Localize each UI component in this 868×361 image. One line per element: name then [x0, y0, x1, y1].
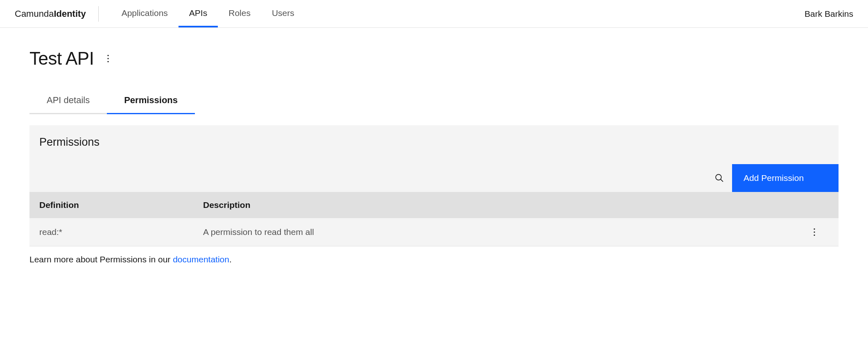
table-header: Definition Description	[29, 192, 839, 218]
nav-users[interactable]: Users	[261, 0, 305, 27]
panel-toolbar: Add Permission	[29, 164, 839, 192]
col-description: Description	[203, 200, 800, 210]
brand-prefix: Camunda	[15, 9, 54, 19]
tab-permissions[interactable]: Permissions	[107, 89, 195, 114]
svg-point-6	[814, 231, 815, 232]
nav-applications[interactable]: Applications	[111, 0, 179, 27]
kebab-icon	[107, 54, 109, 63]
page-title: Test API	[29, 48, 94, 69]
footer-text-suffix: .	[229, 255, 232, 264]
nav-roles[interactable]: Roles	[218, 0, 261, 27]
svg-point-7	[814, 235, 815, 236]
tab-api-details[interactable]: API details	[29, 89, 107, 114]
permissions-table: Definition Description read:* A permissi…	[29, 192, 839, 246]
nav-apis[interactable]: APIs	[179, 0, 218, 27]
main-content: Test API API details Permissions Permiss…	[0, 28, 868, 277]
page-actions-button[interactable]	[104, 51, 113, 66]
footer-text-prefix: Learn more about Permissions in our	[29, 255, 173, 264]
top-bar: Camunda Identity Applications APIs Roles…	[0, 0, 868, 28]
brand-name: Identity	[54, 9, 86, 19]
svg-point-0	[108, 55, 109, 56]
documentation-link[interactable]: documentation	[173, 255, 229, 264]
svg-point-5	[814, 228, 815, 230]
footer-note: Learn more about Permissions in our docu…	[29, 246, 839, 264]
page-tabs: API details Permissions	[29, 89, 839, 115]
row-actions-button[interactable]	[800, 228, 829, 236]
divider	[98, 6, 99, 22]
top-nav: Applications APIs Roles Users	[111, 0, 305, 27]
page-header: Test API	[29, 48, 839, 69]
add-permission-button[interactable]: Add Permission	[732, 164, 839, 192]
panel-title: Permissions	[29, 125, 839, 164]
brand-logo[interactable]: Camunda Identity	[15, 6, 98, 22]
permissions-panel: Permissions Add Permission Definition De…	[29, 125, 839, 246]
col-definition: Definition	[39, 200, 203, 210]
svg-point-3	[716, 174, 721, 180]
table-row: read:* A permission to read them all	[29, 218, 839, 246]
svg-point-2	[108, 61, 109, 62]
kebab-icon	[813, 228, 816, 236]
svg-line-4	[721, 179, 723, 182]
cell-description: A permission to read them all	[203, 227, 800, 237]
svg-point-1	[108, 58, 109, 59]
search-button[interactable]	[707, 164, 732, 192]
search-icon	[715, 174, 724, 183]
cell-definition: read:*	[39, 227, 203, 237]
current-user[interactable]: Bark Barkins	[805, 9, 853, 19]
top-bar-left: Camunda Identity Applications APIs Roles…	[15, 0, 305, 27]
